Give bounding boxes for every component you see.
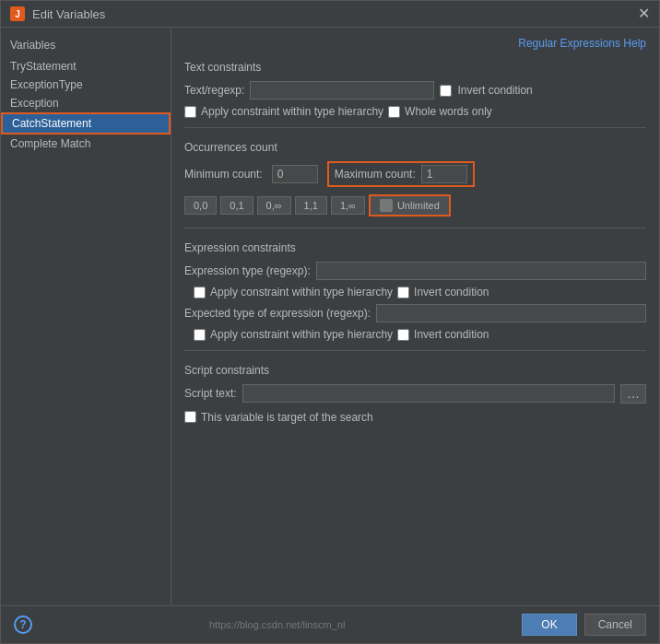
divider-2	[184, 228, 646, 228]
expected-type-row: Expected type of expression (regexp):	[184, 304, 646, 322]
help-button[interactable]: ?	[14, 615, 32, 634]
count-row: Minimum count: Maximum count:	[184, 161, 646, 187]
script-text-row: Script text: …	[184, 384, 646, 404]
expected-type-input[interactable]	[376, 304, 646, 322]
dots-button[interactable]: …	[620, 384, 646, 404]
min-label: Minimum count:	[184, 168, 263, 181]
footer: ? https://blog.csdn.net/linscm_nl OK Can…	[1, 605, 659, 643]
apply-constraint2-checkbox[interactable]	[194, 329, 206, 341]
occurrences-title: Occurrences count	[184, 141, 646, 154]
divider-1	[184, 127, 646, 128]
target-search-row: This variable is target of the search	[184, 411, 646, 424]
unlimited-button[interactable]: Unlimited	[369, 194, 451, 217]
footer-url: https://blog.csdn.net/linscm_nl	[209, 619, 345, 630]
edit-variables-dialog: J Edit Variables ✕ Variables TryStatemen…	[0, 0, 660, 644]
expected-type-label: Expected type of expression (regexp):	[184, 307, 371, 320]
close-button[interactable]: ✕	[638, 6, 650, 21]
preset-0-0[interactable]: 0,0	[184, 196, 217, 215]
sidebar-item-catch-statement[interactable]: CatchStatement	[1, 112, 171, 135]
apply-constraint-checkbox[interactable]	[184, 106, 196, 118]
sidebar-item-exception[interactable]: Exception	[1, 94, 171, 112]
max-count-input[interactable]	[421, 165, 467, 183]
expr-type-row: Expression type (regexp):	[184, 262, 646, 280]
min-count-input[interactable]	[272, 165, 318, 183]
max-count-highlight: Maximum count:	[327, 161, 475, 187]
apply-constraint2-row: Apply constraint within type hierarchy I…	[184, 328, 646, 341]
text-regexp-input[interactable]	[250, 81, 434, 100]
target-search-checkbox[interactable]	[184, 411, 196, 423]
whole-words-checkbox[interactable]	[388, 106, 400, 118]
preset-buttons: 0,0 0,1 0,∞ 1,1 1,∞ Unlimited	[184, 194, 646, 217]
target-search-label: This variable is target of the search	[201, 411, 373, 424]
sidebar: Variables TryStatement ExceptionType Exc…	[1, 28, 171, 605]
invert-condition2-label: Invert condition	[414, 328, 489, 341]
text-regexp-row: Text/regexp: Invert condition	[184, 81, 646, 100]
whole-words-label: Whole words only	[405, 105, 492, 118]
title-bar: J Edit Variables ✕	[1, 1, 659, 28]
dialog-body: Variables TryStatement ExceptionType Exc…	[1, 28, 659, 605]
preset-1-1[interactable]: 1,1	[295, 196, 327, 215]
script-text-input[interactable]	[242, 384, 615, 403]
variables-header: Variables	[1, 35, 171, 57]
help-link[interactable]: Regular Expressions Help	[184, 35, 646, 55]
invert-condition-checkbox[interactable]	[440, 85, 452, 97]
cancel-button[interactable]: Cancel	[584, 614, 646, 636]
sidebar-item-exception-type[interactable]: ExceptionType	[1, 76, 171, 94]
unlimited-label: Unlimited	[397, 200, 440, 211]
apply-constraint-label: Apply constraint within type hierarchy	[201, 105, 383, 118]
preset-0-1[interactable]: 0,1	[220, 196, 253, 215]
apply-constraint2-label: Apply constraint within type hierarchy	[210, 328, 393, 341]
text-constraints-title: Text constraints	[184, 61, 646, 74]
main-panel: Regular Expressions Help Text constraint…	[171, 28, 659, 605]
expr-type-input[interactable]	[316, 262, 646, 280]
apply-constraint1-label: Apply constraint within type hierarchy	[210, 286, 393, 299]
invert-condition-label: Invert condition	[457, 84, 532, 97]
invert-condition1-checkbox[interactable]	[397, 287, 409, 299]
divider-3	[184, 350, 646, 351]
script-text-label: Script text:	[184, 387, 237, 400]
invert-condition1-label: Invert condition	[414, 286, 489, 299]
apply-constraint1-row: Apply constraint within type hierarchy I…	[184, 286, 646, 299]
dialog-title: Edit Variables	[32, 7, 105, 21]
apply-constraint-row: Apply constraint within type hierarchy W…	[184, 105, 646, 118]
invert-condition2-checkbox[interactable]	[397, 329, 409, 341]
sidebar-item-try-statement[interactable]: TryStatement	[1, 57, 171, 76]
text-regexp-label: Text/regexp:	[184, 84, 244, 97]
expr-type-label: Expression type (regexp):	[184, 264, 311, 277]
ok-button[interactable]: OK	[522, 614, 576, 636]
apply-constraint1-checkbox[interactable]	[194, 287, 206, 299]
app-icon: J	[10, 6, 25, 21]
preset-0-inf[interactable]: 0,∞	[257, 196, 291, 215]
sidebar-item-complete-match[interactable]: Complete Match	[1, 135, 171, 153]
unlimited-icon	[380, 199, 393, 212]
preset-1-inf[interactable]: 1,∞	[331, 196, 365, 215]
max-label: Maximum count:	[335, 168, 416, 181]
script-constraints-title: Script constraints	[184, 364, 646, 377]
expression-constraints-title: Expression constraints	[184, 241, 646, 254]
